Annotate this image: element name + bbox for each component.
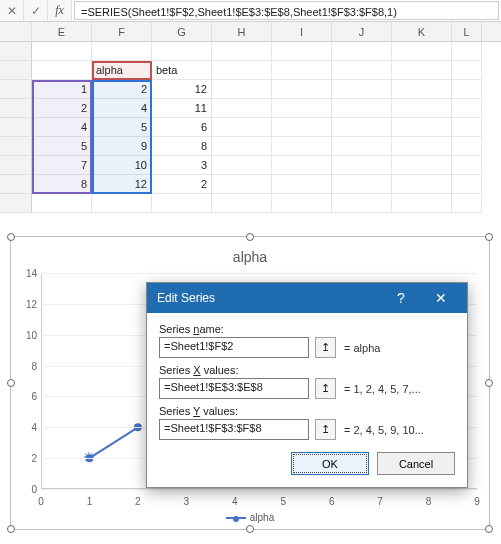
cell[interactable]	[452, 175, 482, 194]
row-head[interactable]	[0, 61, 32, 80]
row-head[interactable]	[0, 42, 32, 61]
col-head-K[interactable]: K	[392, 22, 452, 41]
cell[interactable]: 3	[152, 156, 212, 175]
cell[interactable]	[392, 175, 452, 194]
cell[interactable]: 8	[32, 175, 92, 194]
cell-header-alpha[interactable]: alpha	[92, 61, 152, 80]
cell[interactable]: 4	[92, 99, 152, 118]
cell[interactable]	[212, 194, 272, 213]
cell[interactable]	[152, 194, 212, 213]
row-head[interactable]	[0, 118, 32, 137]
resize-handle[interactable]	[246, 525, 254, 533]
cell[interactable]	[212, 80, 272, 99]
series-x-input[interactable]: =Sheet1!$E$3:$E$8	[159, 378, 309, 399]
resize-handle[interactable]	[7, 379, 15, 387]
cancel-button[interactable]: Cancel	[377, 452, 455, 475]
cell[interactable]	[212, 118, 272, 137]
cell[interactable]	[332, 175, 392, 194]
cell[interactable]	[452, 137, 482, 156]
cell[interactable]	[452, 42, 482, 61]
cell[interactable]: 12	[152, 80, 212, 99]
cell[interactable]	[452, 80, 482, 99]
col-head-E[interactable]: E	[32, 22, 92, 41]
cell[interactable]	[272, 137, 332, 156]
cell[interactable]: 2	[32, 99, 92, 118]
collapse-ref-button[interactable]: ↥	[315, 378, 336, 399]
cell[interactable]	[212, 156, 272, 175]
col-head-F[interactable]: F	[92, 22, 152, 41]
row-head[interactable]	[0, 80, 32, 99]
cell[interactable]	[392, 118, 452, 137]
cell[interactable]	[212, 42, 272, 61]
row-head[interactable]	[0, 137, 32, 156]
cell[interactable]	[392, 80, 452, 99]
cell[interactable]	[392, 61, 452, 80]
cell[interactable]	[392, 99, 452, 118]
ok-button[interactable]: OK	[291, 452, 369, 475]
row-head[interactable]	[0, 156, 32, 175]
cell[interactable]	[212, 61, 272, 80]
formula-enter-button[interactable]: ✓	[24, 0, 48, 21]
col-head-I[interactable]: I	[272, 22, 332, 41]
cell[interactable]: 2	[152, 175, 212, 194]
cell[interactable]	[272, 194, 332, 213]
series-y-input[interactable]: =Sheet1!$F$3:$F$8	[159, 419, 309, 440]
cell[interactable]	[272, 61, 332, 80]
cell[interactable]	[32, 194, 92, 213]
row-head[interactable]	[0, 175, 32, 194]
cell[interactable]: 1	[32, 80, 92, 99]
cell[interactable]	[452, 118, 482, 137]
cell[interactable]	[332, 118, 392, 137]
cell[interactable]	[332, 194, 392, 213]
formula-input[interactable]: =SERIES(Sheet1!$F$2,Sheet1!$E$3:$E$8,She…	[74, 1, 499, 20]
cell[interactable]	[332, 61, 392, 80]
select-all-corner[interactable]	[0, 22, 32, 41]
cell[interactable]	[452, 156, 482, 175]
cell[interactable]	[332, 137, 392, 156]
row-head[interactable]	[0, 99, 32, 118]
cell[interactable]	[392, 137, 452, 156]
cell[interactable]	[332, 80, 392, 99]
resize-handle[interactable]	[485, 233, 493, 241]
formula-cancel-button[interactable]: ✕	[0, 0, 24, 21]
cell[interactable]	[272, 80, 332, 99]
cell[interactable]	[392, 156, 452, 175]
col-head-G[interactable]: G	[152, 22, 212, 41]
cell[interactable]	[152, 42, 212, 61]
cell[interactable]: 6	[152, 118, 212, 137]
cell[interactable]: 10	[92, 156, 152, 175]
row-head[interactable]	[0, 194, 32, 213]
resize-handle[interactable]	[246, 233, 254, 241]
cell[interactable]	[452, 99, 482, 118]
col-head-J[interactable]: J	[332, 22, 392, 41]
close-button[interactable]: ✕	[421, 283, 461, 313]
cell[interactable]	[92, 194, 152, 213]
chart-legend[interactable]: alpha	[11, 512, 489, 523]
cell-header-beta[interactable]: beta	[152, 61, 212, 80]
dialog-titlebar[interactable]: Edit Series ? ✕	[147, 283, 467, 313]
collapse-ref-button[interactable]: ↥	[315, 419, 336, 440]
cell[interactable]: 4	[32, 118, 92, 137]
cell[interactable]	[272, 99, 332, 118]
sheet-grid[interactable]: alpha beta 1 2 12 2 4 11 4 5 6 5 9 8 7 1…	[0, 42, 501, 232]
help-button[interactable]: ?	[381, 283, 421, 313]
cell[interactable]	[452, 61, 482, 80]
cell[interactable]	[212, 175, 272, 194]
cell[interactable]: 7	[32, 156, 92, 175]
cell[interactable]	[392, 194, 452, 213]
col-head-H[interactable]: H	[212, 22, 272, 41]
cell[interactable]	[332, 99, 392, 118]
cell[interactable]	[272, 156, 332, 175]
cell[interactable]	[32, 42, 92, 61]
cell[interactable]: 9	[92, 137, 152, 156]
series-name-input[interactable]: =Sheet1!$F$2	[159, 337, 309, 358]
resize-handle[interactable]	[7, 233, 15, 241]
cell[interactable]: 2	[92, 80, 152, 99]
cell[interactable]	[212, 99, 272, 118]
resize-handle[interactable]	[485, 379, 493, 387]
cell[interactable]	[32, 61, 92, 80]
cell[interactable]	[272, 175, 332, 194]
fx-button[interactable]: fx	[48, 0, 72, 21]
cell[interactable]	[212, 137, 272, 156]
resize-handle[interactable]	[7, 525, 15, 533]
